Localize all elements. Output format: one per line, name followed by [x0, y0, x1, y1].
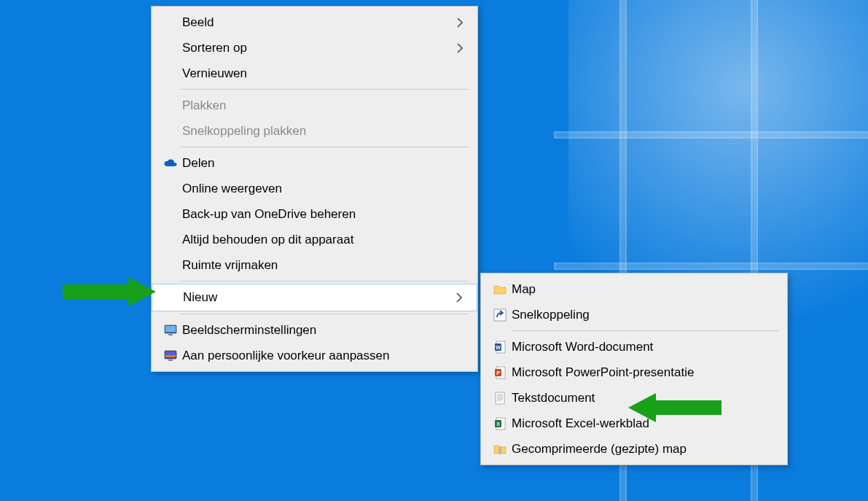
menu-item-label: Microsoft Word-document: [509, 340, 777, 354]
no-icon: [162, 41, 179, 55]
submenu-item-excel[interactable]: X Microsoft Excel-werkblad: [481, 411, 787, 436]
submenu-item-shortcut[interactable]: Snelkoppeling: [481, 302, 787, 327]
desktop-background[interactable]: Beeld Sorteren op Vernieuwen Plakken Sne…: [0, 0, 868, 501]
menu-item-sort[interactable]: Sorteren op: [152, 35, 477, 61]
powerpoint-icon: P: [491, 365, 509, 380]
menu-item-free-space[interactable]: Ruimte vrijmaken: [152, 252, 477, 278]
svg-rect-14: [496, 392, 504, 404]
wallpaper-beam: [554, 131, 868, 139]
menu-item-label: Gecomprimeerde (gezipte) map: [509, 442, 777, 457]
menu-item-new[interactable]: Nieuw: [152, 284, 477, 311]
menu-item-display-settings[interactable]: Beeldscherminstellingen: [152, 317, 477, 343]
menu-item-label: Online weergeven: [179, 182, 467, 196]
svg-rect-1: [165, 326, 176, 332]
word-icon: W: [491, 340, 509, 354]
svg-text:X: X: [496, 422, 500, 427]
no-icon: [162, 182, 179, 196]
menu-item-label: Delen: [179, 156, 467, 171]
svg-rect-5: [165, 355, 176, 357]
menu-item-label: Nieuw: [180, 290, 452, 305]
menu-item-paste: Plakken: [152, 93, 477, 118]
menu-separator: [181, 89, 469, 90]
menu-item-label: Ruimte vrijmaken: [179, 258, 467, 273]
menu-separator: [181, 281, 469, 281]
menu-item-personalize[interactable]: Aan persoonlijke voorkeur aanpassen: [152, 343, 477, 368]
menu-item-view-online[interactable]: Online weergeven: [152, 176, 477, 201]
new-submenu: Map Snelkoppeling W Microsoft Word-docum…: [480, 273, 788, 465]
no-icon: [162, 98, 179, 113]
submenu-item-zip[interactable]: Gecomprimeerde (gezipte) map: [481, 436, 787, 462]
menu-item-label: Back-up van OneDrive beheren: [179, 207, 467, 222]
menu-item-label: Vernieuwen: [179, 66, 467, 81]
menu-item-label: Aan persoonlijke voorkeur aanpassen: [179, 349, 467, 363]
menu-item-label: Snelkoppeling plakken: [179, 124, 467, 139]
svg-marker-24: [63, 277, 156, 306]
annotation-arrow-left: [63, 277, 157, 306]
text-file-icon: [491, 391, 509, 405]
zip-folder-icon: [491, 442, 509, 457]
excel-icon: X: [491, 416, 509, 431]
wallpaper-beam: [554, 263, 868, 270]
svg-rect-23: [499, 447, 501, 454]
desktop-context-menu: Beeld Sorteren op Vernieuwen Plakken Sne…: [151, 6, 478, 372]
no-icon: [163, 290, 180, 305]
submenu-item-powerpoint[interactable]: P Microsoft PowerPoint-presentatie: [481, 360, 787, 385]
svg-text:P: P: [496, 370, 500, 376]
monitor-icon: [162, 323, 179, 338]
menu-item-view[interactable]: Beeld: [152, 9, 477, 35]
menu-item-manage-backup[interactable]: Back-up van OneDrive beheren: [152, 201, 477, 227]
menu-item-label: Altijd behouden op dit apparaat: [179, 233, 467, 247]
menu-item-label: Snelkoppeling: [509, 308, 777, 322]
menu-item-label: Tekstdocument: [509, 391, 777, 405]
onedrive-icon: [162, 156, 179, 171]
no-icon: [162, 258, 179, 273]
no-icon: [162, 207, 179, 222]
svg-rect-2: [168, 334, 173, 335]
no-icon: [162, 15, 179, 30]
personalize-icon: [162, 349, 179, 363]
menu-item-label: Sorteren op: [179, 41, 453, 55]
submenu-arrow-icon: [453, 18, 467, 28]
submenu-item-text[interactable]: Tekstdocument: [481, 385, 787, 411]
menu-separator: [512, 330, 778, 331]
menu-item-label: Microsoft PowerPoint-presentatie: [509, 365, 777, 380]
menu-item-label: Plakken: [179, 98, 467, 113]
no-icon: [162, 233, 179, 247]
menu-item-refresh[interactable]: Vernieuwen: [152, 61, 477, 86]
menu-item-label: Microsoft Excel-werkblad: [509, 416, 777, 431]
folder-icon: [491, 282, 509, 297]
no-icon: [162, 124, 179, 139]
menu-item-share[interactable]: Delen: [152, 150, 477, 176]
menu-separator: [181, 147, 469, 147]
menu-item-label: Map: [509, 282, 777, 297]
submenu-item-folder[interactable]: Map: [481, 276, 787, 302]
shortcut-icon: [491, 308, 509, 322]
svg-text:W: W: [496, 345, 501, 350]
submenu-item-word[interactable]: W Microsoft Word-document: [481, 334, 787, 360]
svg-rect-6: [168, 360, 173, 361]
menu-separator: [181, 314, 469, 314]
submenu-arrow-icon: [453, 43, 467, 53]
menu-item-always-keep[interactable]: Altijd behouden op dit apparaat: [152, 227, 477, 252]
menu-item-paste-shortcut: Snelkoppeling plakken: [152, 118, 477, 144]
menu-item-label: Beeldscherminstellingen: [179, 323, 467, 338]
no-icon: [162, 66, 179, 81]
menu-item-label: Beeld: [179, 15, 453, 30]
submenu-arrow-icon: [452, 292, 466, 303]
